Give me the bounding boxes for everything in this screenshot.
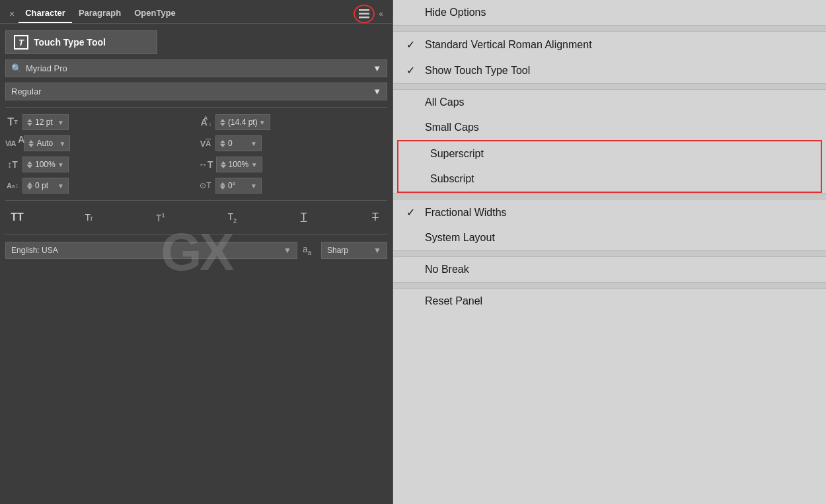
- leading-down[interactable]: [220, 123, 225, 126]
- font-size-field[interactable]: 12 pt ▼: [22, 114, 69, 130]
- baseline-shift-field[interactable]: 0 pt ▼: [22, 178, 69, 194]
- vertical-scale-down[interactable]: [27, 165, 32, 168]
- font-size-value: 12 pt: [35, 118, 56, 127]
- divider-3: [5, 234, 387, 235]
- rotation-dropdown[interactable]: ▼: [250, 182, 257, 190]
- antialiasing-field[interactable]: Sharp ▼: [321, 242, 387, 259]
- leading-spinner[interactable]: [220, 119, 225, 126]
- font-style-field[interactable]: Regular ▼: [5, 83, 387, 100]
- panel-menu-button[interactable]: [354, 5, 375, 23]
- vertical-scale-spinner[interactable]: [27, 161, 32, 168]
- font-size-dropdown[interactable]: ▼: [57, 119, 64, 126]
- scale-row: ↕T 100% ▼ ↔T: [5, 157, 387, 172]
- font-size-group: TT 12 pt ▼: [5, 114, 194, 130]
- kerning-up[interactable]: [28, 140, 34, 143]
- antialiasing-value: Sharp: [327, 246, 348, 255]
- menu-item-show-touch-type[interactable]: ✓ Show Touch Type Tool: [393, 57, 826, 83]
- tab-character[interactable]: Character: [19, 4, 72, 23]
- collapse-button[interactable]: «: [375, 7, 387, 21]
- horizontal-scale-up[interactable]: [221, 161, 226, 164]
- menu-item-hide-options[interactable]: Hide Options: [393, 0, 826, 25]
- tracking-group: VA 0 ▼: [198, 135, 387, 151]
- font-name-value: Myriad Pro: [26, 63, 67, 73]
- vertical-scale-field[interactable]: 100% ▼: [22, 157, 69, 172]
- rotation-spinner[interactable]: [220, 182, 225, 190]
- size-leading-row: TT 12 pt ▼ A A ↕: [5, 114, 387, 130]
- horizontal-scale-field[interactable]: 100% ▼: [216, 157, 262, 172]
- all-caps-button[interactable]: TT: [5, 210, 29, 225]
- search-icon: 🔍: [11, 63, 22, 73]
- font-size-up[interactable]: [27, 119, 32, 122]
- tab-paragraph[interactable]: Paragraph: [72, 4, 128, 23]
- menu-item-all-caps[interactable]: All Caps: [393, 90, 826, 115]
- horizontal-scale-dropdown[interactable]: ▼: [251, 161, 258, 168]
- leading-value: (14.4 pt): [228, 118, 258, 127]
- leading-group: A A ↕ (14.4 pt) ▼: [198, 114, 387, 130]
- baseline-down[interactable]: [27, 186, 32, 190]
- menu-label-system-layout: System Layout: [425, 232, 495, 244]
- font-size-down[interactable]: [27, 123, 32, 126]
- font-name-field[interactable]: 🔍 Myriad Pro ▼: [5, 59, 387, 77]
- kerning-dropdown[interactable]: ▼: [59, 140, 66, 147]
- tracking-dropdown[interactable]: ▼: [250, 140, 257, 147]
- tracking-up[interactable]: [220, 140, 225, 143]
- menu-label-fractional-widths: Fractional Widths: [425, 207, 507, 219]
- font-size-icon: TT: [5, 116, 20, 128]
- svg-rect-0: [359, 9, 369, 11]
- subscript-button[interactable]: T2: [220, 210, 244, 225]
- touch-type-button[interactable]: T Touch Type Tool: [5, 30, 157, 54]
- kerning-spinner[interactable]: [28, 140, 34, 147]
- menu-icon: [359, 9, 369, 18]
- antialiasing-dropdown-arrow: ▼: [373, 246, 381, 255]
- font-style-value: Regular: [11, 87, 42, 96]
- horizontal-scale-icon: ↔T: [198, 159, 213, 170]
- small-caps-button[interactable]: Tr: [77, 211, 100, 224]
- language-field[interactable]: English: USA ▼: [5, 242, 297, 259]
- vertical-scale-up[interactable]: [27, 161, 32, 164]
- menu-item-reset-panel[interactable]: Reset Panel: [393, 289, 826, 314]
- rotation-down[interactable]: [220, 186, 225, 190]
- underline-button[interactable]: T: [292, 210, 316, 225]
- leading-field[interactable]: (14.4 pt) ▼: [215, 114, 270, 130]
- menu-item-small-caps[interactable]: Small Caps: [393, 115, 826, 140]
- menu-label-hide-options: Hide Options: [425, 7, 486, 18]
- svg-rect-2: [359, 17, 369, 18]
- baseline-value: 0 pt: [35, 181, 56, 190]
- vertical-scale-dropdown[interactable]: ▼: [57, 161, 64, 168]
- horizontal-scale-spinner[interactable]: [221, 161, 226, 168]
- menu-item-standard-vertical[interactable]: ✓ Standard Vertical Roman Alignment: [393, 32, 826, 57]
- rotation-icon: ⊙T: [198, 181, 213, 190]
- tab-opentype[interactable]: OpenType: [128, 4, 182, 23]
- menu-item-subscript[interactable]: Subscript: [398, 166, 821, 192]
- rotation-field[interactable]: 0° ▼: [215, 178, 262, 194]
- tracking-down[interactable]: [220, 144, 225, 147]
- baseline-shift-icon: Aa ↕: [5, 182, 20, 190]
- baseline-dropdown[interactable]: ▼: [57, 182, 64, 190]
- rotation-up[interactable]: [220, 182, 225, 186]
- menu-label-reset-panel: Reset Panel: [425, 295, 482, 307]
- baseline-spinner[interactable]: [27, 182, 32, 190]
- menu-item-superscript[interactable]: Superscript: [398, 141, 821, 166]
- baseline-up[interactable]: [27, 182, 32, 186]
- leading-dropdown[interactable]: ▼: [259, 119, 266, 126]
- tracking-spinner[interactable]: [220, 140, 225, 147]
- tracking-field[interactable]: 0 ▼: [215, 135, 262, 151]
- leading-up[interactable]: [220, 119, 225, 122]
- font-name-dropdown-arrow: ▼: [373, 63, 381, 73]
- divider-1: [5, 107, 387, 108]
- menu-item-system-layout[interactable]: System Layout: [393, 225, 826, 250]
- font-size-spinner[interactable]: [27, 119, 32, 126]
- kerning-field[interactable]: Auto ▼: [24, 135, 70, 151]
- menu-label-superscript: Superscript: [430, 148, 484, 160]
- superscript-button[interactable]: T1: [149, 211, 172, 225]
- touch-type-icon: T: [14, 35, 28, 50]
- horizontal-scale-down[interactable]: [221, 165, 226, 168]
- strikethrough-button[interactable]: T: [363, 210, 387, 225]
- kerning-value: Auto: [36, 139, 57, 148]
- menu-separator-2: [393, 83, 826, 90]
- kerning-down[interactable]: [28, 144, 34, 147]
- horizontal-scale-value: 100%: [229, 160, 250, 169]
- menu-item-no-break[interactable]: No Break: [393, 257, 826, 282]
- menu-item-fractional-widths[interactable]: ✓ Fractional Widths: [393, 199, 826, 225]
- close-button[interactable]: ×: [5, 7, 19, 20]
